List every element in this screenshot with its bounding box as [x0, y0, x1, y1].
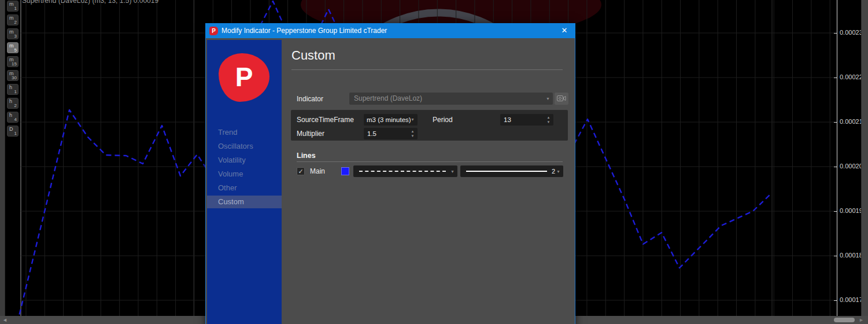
dialog-content: Custom Indicator Supertrend (DaveLoz) ▼ … [282, 38, 575, 324]
timeframe-button-m3[interactable]: m3 [7, 28, 19, 39]
solid-line-preview [466, 171, 547, 172]
axis-tick [834, 211, 837, 212]
video-camera-icon [557, 95, 566, 102]
axis-label: 0.00017 [840, 296, 863, 303]
close-icon[interactable]: ✕ [558, 23, 571, 38]
line-color-swatch[interactable] [341, 167, 349, 175]
spin-down-icon[interactable]: ▼ [411, 134, 415, 138]
axis-tick [834, 122, 837, 123]
spin-up-icon[interactable]: ▲ [411, 129, 415, 134]
timeframe-button-m1[interactable]: m1 [7, 1, 19, 12]
ctrader-window: Supertrend (DaveLoz) (m3, 13, 1.5) 0.000… [0, 0, 868, 324]
main-line-checkbox[interactable]: ✓ [297, 167, 305, 175]
timeframe-button-m30[interactable]: m30 [7, 70, 19, 81]
spin-up-icon[interactable]: ▲ [547, 115, 551, 120]
chevron-down-icon: ▼ [556, 165, 560, 177]
lines-heading: Lines [297, 152, 316, 160]
sidebar-item-volume[interactable]: Volume [207, 168, 282, 181]
chevron-down-icon: ▼ [411, 114, 415, 126]
timeframe-button-h2[interactable]: h2 [7, 98, 19, 109]
line-width-dropdown[interactable]: 2 ▼ [460, 165, 563, 177]
axis-tick [834, 256, 837, 256]
axis-tick [834, 33, 837, 34]
dialog-body: P TrendOscillatorsVolatilityVolumeOtherC… [206, 38, 575, 324]
line-width-value: 2 [552, 165, 555, 177]
source-timeframe-dropdown[interactable]: m3 (3 minutes) ▼ [364, 114, 418, 126]
pepperstone-logo: P [219, 53, 269, 102]
dialog-titlebar[interactable]: P Modify Indicator - Pepperstone Group L… [205, 23, 575, 38]
page-title: Custom [291, 48, 335, 63]
indicator-value: Supertrend (DaveLoz) [354, 94, 422, 102]
multiplier-stepper[interactable]: 1.5 ▲▼ [364, 128, 418, 139]
timeframe-button-m2[interactable]: m2 [7, 14, 19, 25]
timeframe-button-m5[interactable]: m5 [7, 42, 19, 53]
sidebar-item-oscillators[interactable]: Oscillators [207, 140, 282, 153]
line-style-dropdown[interactable]: ▼ [353, 165, 457, 177]
title-separator [291, 69, 563, 70]
axis-label: 0.00021 [840, 118, 863, 125]
spin-down-icon[interactable]: ▼ [547, 120, 551, 124]
scrollbar-thumb[interactable] [834, 318, 855, 322]
main-line-label: Main [310, 165, 325, 177]
indicator-video-button[interactable] [555, 93, 568, 105]
axis-label: 0.00018 [840, 252, 863, 259]
right-scrollbar-strip[interactable] [861, 0, 868, 324]
axis-tick [834, 167, 837, 167]
timeframe-button-m15[interactable]: m15 [7, 56, 19, 67]
sidebar-item-volatility[interactable]: Volatility [207, 154, 282, 167]
sidebar-item-custom[interactable]: Custom [207, 196, 282, 208]
indicator-dropdown[interactable]: Supertrend (DaveLoz) ▼ [349, 93, 553, 105]
axis-label: 0.00020 [840, 163, 863, 170]
sidebar-item-other[interactable]: Other [207, 182, 282, 194]
axis-tick [834, 78, 837, 78]
period-stepper[interactable]: 13 ▲▼ [500, 114, 553, 126]
left-panel-splitter[interactable] [0, 0, 5, 316]
timeframe-button-h4[interactable]: h4 [7, 112, 19, 123]
scroll-right-icon[interactable]: ► [859, 316, 864, 324]
dialog-title: Modify Indicator - Pepperstone Group Lim… [221, 23, 387, 38]
period-label: Period [433, 114, 453, 126]
modify-indicator-dialog: P Modify Indicator - Pepperstone Group L… [205, 23, 575, 324]
category-sidebar: P TrendOscillatorsVolatilityVolumeOtherC… [207, 40, 282, 324]
app-logo-icon: P [209, 27, 218, 35]
timeframe-toolbar: m1m2m3m5m15m30h1h2h4D1 [7, 0, 20, 316]
chevron-down-icon: ▼ [546, 93, 550, 105]
dashed-line-preview [359, 171, 446, 172]
multiplier-label: Multiplier [297, 128, 324, 139]
parameters-panel: SourceTimeFrame m3 (3 minutes) ▼ Period … [291, 110, 568, 141]
axis-tick [834, 300, 837, 301]
timeframe-button-D1[interactable]: D1 [7, 126, 19, 137]
axis-label: 0.00019 [840, 207, 863, 214]
sidebar-item-trend[interactable]: Trend [207, 126, 282, 139]
source-timeframe-label: SourceTimeFrame [297, 114, 354, 126]
axis-label: 0.00023 [840, 29, 863, 36]
timeframe-button-h1[interactable]: h1 [7, 84, 19, 95]
chevron-down-icon: ▼ [450, 165, 455, 177]
scroll-left-icon[interactable]: ◄ [2, 316, 8, 324]
price-axis-line [837, 0, 837, 316]
axis-label: 0.00022 [840, 73, 863, 80]
indicator-overlay-label: Supertrend (DaveLoz) (m3, 13, 1.5) 0.000… [22, 0, 158, 5]
indicator-label: Indicator [297, 93, 323, 105]
lines-separator [297, 161, 563, 162]
